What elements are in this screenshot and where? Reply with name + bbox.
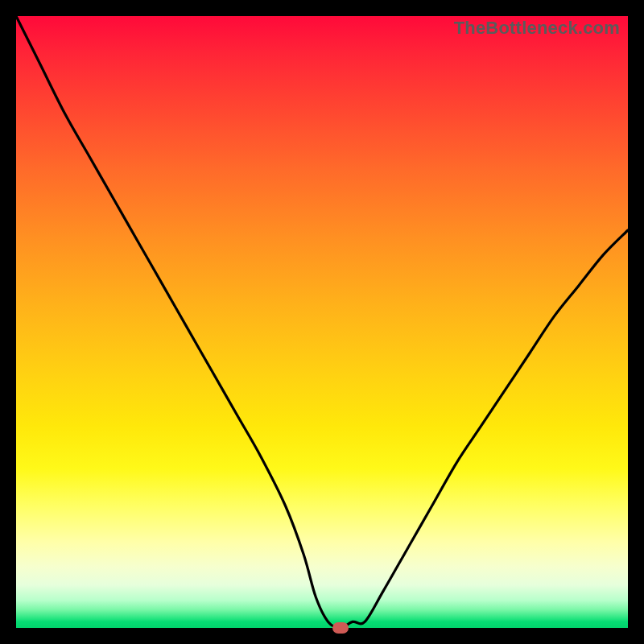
bottleneck-curve [16,16,628,628]
curve-path [16,16,628,628]
optimum-marker [332,622,349,634]
plot-area: TheBottleneck.com [16,16,628,628]
chart-frame: TheBottleneck.com [0,0,644,644]
